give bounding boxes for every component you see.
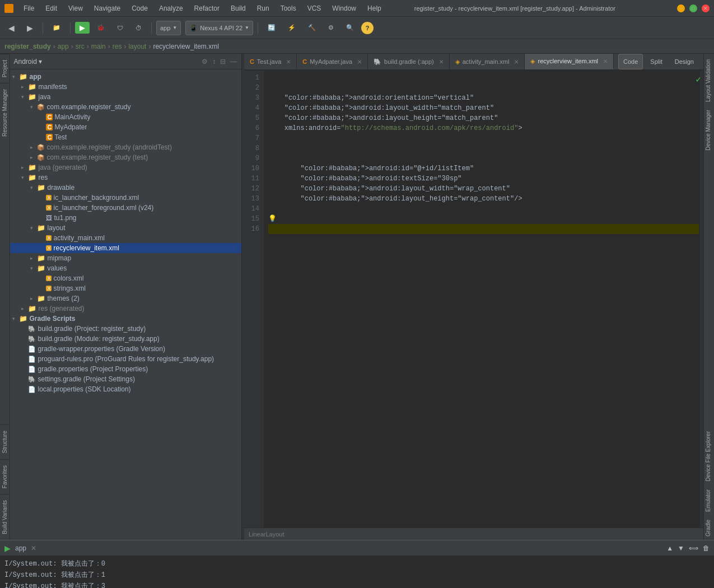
tree-item-MainActivity[interactable]: C MainActivity [10, 112, 241, 122]
tree-item-com_example_register[interactable]: ▾ 📦 com.example.register_study [10, 102, 241, 112]
menu-code[interactable]: Code [129, 3, 150, 13]
tree-item-com_example_register[interactable]: ▸ 📦 com.example.register_study (test) [10, 152, 241, 162]
tree-item-local_properties__SD[interactable]: 📄 local.properties (SDK Location) [10, 384, 241, 394]
close-run-tab[interactable]: ✕ [31, 544, 36, 552]
tree-item-colors_xml[interactable]: X colors.xml [10, 273, 241, 283]
tree-item-build_gradle__Projec[interactable]: 🐘 build.gradle (Project: register_study) [10, 324, 241, 334]
back-button[interactable]: ◀ [3, 20, 20, 36]
menu-help[interactable]: Help [365, 3, 384, 13]
close-tab-test[interactable]: ✕ [286, 59, 291, 65]
favorites-toggle[interactable]: Favorites [1, 459, 9, 494]
bc-item-3[interactable]: main [91, 43, 106, 50]
sync-icon[interactable]: ↕ [211, 57, 217, 67]
build-variants-toggle[interactable]: Build Variants [1, 494, 9, 540]
wrap-btn[interactable]: ⟺ [689, 544, 698, 552]
bc-item-6[interactable]: recyclerview_item.xml [153, 43, 218, 50]
menu-navigate[interactable]: Navigate [92, 3, 123, 13]
tree-item-strings_xml[interactable]: X strings.xml [10, 283, 241, 293]
tree-item-gradle_wrapper_prope[interactable]: 📄 gradle-wrapper.properties (Gradle Vers… [10, 344, 241, 354]
resource-manager-toggle[interactable]: Resource Manager [1, 83, 9, 142]
tree-item-values[interactable]: ▾ 📁 values [10, 263, 241, 273]
device-manager-toggle[interactable]: Device Manager [704, 106, 714, 154]
tree-item-settings_gradle__Pro[interactable]: 🐘 settings.gradle (Project Settings) [10, 374, 241, 384]
tree-item-ic_launcher_foregrou[interactable]: X ic_launcher_foreground.xml (v24) [10, 203, 241, 213]
build-button[interactable]: 🔨 [303, 20, 321, 36]
project-icon[interactable]: 📁 [48, 20, 66, 36]
tree-item-themes__2_[interactable]: ▸ 📁 themes (2) [10, 293, 241, 304]
menu-file[interactable]: File [21, 3, 36, 13]
gradle-toggle[interactable]: Gradle [704, 516, 714, 540]
gradle-sync[interactable]: ⚡ [283, 20, 301, 36]
code-editor[interactable]: 12345678910111213141516 "color:#bababa;"… [244, 71, 703, 528]
tree-item-manifests[interactable]: ▸ 📁 manifests [10, 82, 241, 92]
maximize-button[interactable]: □ [689, 4, 697, 12]
tree-item-res__generated_[interactable]: ▸ 📁 res (generated) [10, 304, 241, 314]
tree-item-tu1_png[interactable]: 🖼 tu1.png [10, 213, 241, 223]
tree-item-res[interactable]: ▾ 📁 res [10, 172, 241, 183]
project-panel-toggle[interactable]: Project [1, 54, 9, 83]
tree-item-gradle_properties__P[interactable]: 📄 gradle.properties (Project Properties) [10, 364, 241, 374]
android-dropdown[interactable]: Android ▾ [13, 58, 42, 66]
close-tab-gradle[interactable]: ✕ [439, 59, 444, 65]
clear-btn[interactable]: 🗑 [703, 544, 710, 552]
design-view-btn[interactable]: Design [670, 54, 699, 69]
tab-activity-main[interactable]: ◈ activity_main.xml ✕ [450, 54, 525, 69]
menu-vcs[interactable]: VCS [305, 3, 324, 13]
structure-toggle[interactable]: Structure [1, 424, 9, 459]
layout-validation-toggle[interactable]: Layout Validation [704, 56, 714, 105]
close-button[interactable]: ✕ [702, 4, 710, 12]
minimize-button[interactable]: ─ [677, 4, 685, 12]
scroll-down-btn[interactable]: ▼ [678, 544, 684, 552]
tab-myadpater[interactable]: C MyAdpater.java ✕ [297, 54, 368, 69]
tree-item-Gradle_Scripts[interactable]: ▾ 📁 Gradle Scripts [10, 314, 241, 324]
tree-item-ic_launcher_backgrou[interactable]: X ic_launcher_background.xml [10, 193, 241, 203]
app-dropdown[interactable]: app ▼ [156, 21, 181, 35]
menu-analyze[interactable]: Analyze [157, 3, 185, 13]
bc-item-4[interactable]: res [113, 43, 122, 50]
menu-build[interactable]: Build [228, 3, 248, 13]
tree-item-java__generated_[interactable]: ▸ 📁 java (generated) [10, 162, 241, 172]
device-file-explorer-toggle[interactable]: Device File Explorer [704, 428, 714, 484]
tree-item-java[interactable]: ▾ 📁 java [10, 92, 241, 102]
tree-item-MyAdpater[interactable]: C MyAdpater [10, 122, 241, 132]
settings-button[interactable]: ⚙ [323, 20, 339, 36]
code-content[interactable]: "color:#bababa;">android:orientation="ve… [264, 71, 703, 528]
close-tab-myadpater[interactable]: ✕ [357, 59, 362, 65]
menu-refactor[interactable]: Refactor [192, 3, 222, 13]
tree-item-mipmap[interactable]: ▸ 📁 mipmap [10, 253, 241, 263]
tree-item-activity_main_xml[interactable]: X activity_main.xml [10, 233, 241, 243]
tab-build-gradle[interactable]: 🐘 build.gradle (:app) ✕ [368, 54, 450, 69]
gear-icon[interactable]: ⚙ [200, 57, 209, 67]
tree-item-recyclerview_item_xm[interactable]: X recyclerview_item.xml [10, 243, 241, 253]
run-button[interactable]: ▶ [75, 22, 90, 34]
menu-tools[interactable]: Tools [278, 3, 298, 13]
bc-item-1[interactable]: app [58, 43, 69, 50]
menu-window[interactable]: Window [330, 3, 358, 13]
close-tab-activity[interactable]: ✕ [514, 59, 519, 65]
tree-item-proguard_rules_pro__[interactable]: 📄 proguard-rules.pro (ProGuard Rules for… [10, 354, 241, 364]
help-icon-button[interactable]: ? [361, 22, 374, 34]
search-button[interactable]: 🔍 [341, 20, 359, 36]
profile-button[interactable]: ⏱ [130, 20, 147, 36]
tree-item-com_example_register[interactable]: ▸ 📦 com.example.register_study (androidT… [10, 142, 241, 152]
debug-button[interactable]: 🐞 [92, 20, 110, 36]
forward-button[interactable]: ▶ [22, 20, 38, 36]
tree-item-app[interactable]: ▾ 📁 app [10, 72, 241, 82]
code-view-btn[interactable]: Code [618, 54, 643, 69]
tree-item-drawable[interactable]: ▾ 📁 drawable [10, 183, 241, 193]
menu-run[interactable]: Run [255, 3, 272, 13]
sync-button[interactable]: 🔄 [263, 20, 281, 36]
hide-icon[interactable]: — [229, 57, 238, 67]
emulator-toggle[interactable]: Emulator [704, 486, 714, 515]
menu-edit[interactable]: Edit [43, 3, 59, 13]
device-dropdown[interactable]: 📱 Nexus 4 API 22 ▼ [185, 21, 253, 35]
tab-recyclerview[interactable]: ◈ recyclerview_item.xml ✕ [525, 54, 614, 69]
close-tab-recyclerview[interactable]: ✕ [603, 58, 608, 64]
split-view-btn[interactable]: Split [645, 54, 667, 69]
tree-item-Test[interactable]: C Test [10, 132, 241, 142]
bc-item-2[interactable]: src [76, 43, 85, 50]
tree-item-build_gradle__Module[interactable]: 🐘 build.gradle (Module: register_study.a… [10, 334, 241, 344]
tree-item-layout[interactable]: ▾ 📁 layout [10, 223, 241, 233]
tab-test-java[interactable]: C Test.java ✕ [244, 54, 297, 69]
coverage-button[interactable]: 🛡 [112, 20, 128, 36]
